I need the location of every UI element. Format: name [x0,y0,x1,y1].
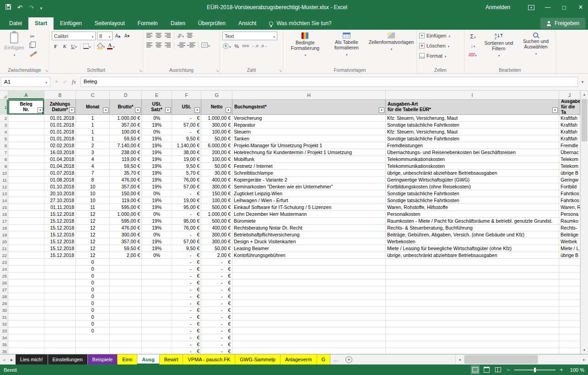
cell-I22[interactable]: übrige, unbeschränkt abziehbare Betriebs… [386,252,559,259]
cell-G2[interactable]: 1.000,00 € [201,115,232,122]
cell-D10[interactable]: 35,70 € [110,170,142,177]
cell-A2[interactable] [8,115,44,122]
header-cell-J1[interactable]: Ausgabefür die Ta [559,100,580,115]
cell-I20[interactable]: Werbekosten [386,238,559,245]
cell-F11[interactable]: 76,00 € [172,177,201,183]
decrease-indent-button[interactable] [177,41,186,49]
cell-J16[interactable]: Persona [559,211,580,218]
cell-J23[interactable] [559,259,580,266]
cell-C4[interactable]: 1 [76,129,110,135]
cell-E9[interactable]: 19% [142,163,172,170]
cell-F7[interactable]: 38,00 € [172,149,201,156]
cell-H27[interactable] [232,286,386,293]
row-header-30[interactable]: 30 [0,307,8,314]
cell-B27[interactable] [44,286,76,293]
align-bottom-button[interactable] [164,32,172,39]
cell-J27[interactable] [559,286,580,293]
cell-C22[interactable]: 12 [76,252,110,259]
font-name-select[interactable]: Calibri [52,32,96,40]
cell-J10[interactable]: übrige B [559,170,580,177]
cell-I19[interactable]: Beiträge, Gebühren, Abgaben, Versich. (o… [386,231,559,238]
row-header-35[interactable]: 35 [0,341,8,348]
cell-B19[interactable]: 15.12.2018 [44,231,76,238]
cell-I26[interactable] [386,279,559,286]
cell-A24[interactable] [8,266,44,273]
filter-button-I[interactable] [552,107,558,113]
cell-E14[interactable]: 19% [142,197,172,204]
cell-D21[interactable]: 59,50 € [110,245,142,252]
cell-B12[interactable]: 01.10.2018 [44,183,76,190]
cell-E35[interactable] [142,341,172,348]
filter-button-H[interactable] [379,107,384,113]
cell-A32[interactable] [8,321,44,327]
cell-D19[interactable]: 300,00 € [110,231,142,238]
cell-A14[interactable] [8,197,44,204]
cell-B9[interactable]: 01.04.2018 [44,163,76,170]
cell-I17[interactable]: Raumkosten - Miete / Pacht für Geschäfts… [386,218,559,225]
cell-J28[interactable] [559,293,580,300]
cell-J15[interactable]: Waren, R [559,204,580,211]
cell-B7[interactable]: 16.03.2018 [44,149,76,156]
cell-C20[interactable]: 12 [76,238,110,245]
align-top-button[interactable] [146,32,153,39]
cell-D34[interactable] [110,334,142,341]
row-header-24[interactable]: 24 [0,266,8,273]
number-dialog-launcher[interactable] [279,69,282,73]
cell-H18[interactable]: Rechtsberatung Notar Dr. Recht [232,225,386,231]
cell-C35[interactable] [76,341,110,348]
ribbon-tab-überprüfen[interactable]: Überprüfen [192,17,232,30]
cell-G16[interactable]: 1.000,00 € [201,211,232,218]
cell-styles-button[interactable]: Zellenformatvorlagen [368,32,414,58]
cell-G13[interactable]: 150,00 € [201,190,232,197]
filter-button-F[interactable] [194,107,200,113]
alignment-dialog-launcher[interactable] [216,69,219,73]
cell-C29[interactable]: 0 [76,300,110,307]
tell-me-box[interactable]: Was möchten Sie tun? [269,20,331,30]
cell-A10[interactable] [8,170,44,177]
cell-E23[interactable] [142,259,172,266]
cell-B5[interactable]: 01.01.2018 [44,135,76,142]
align-right-button[interactable] [164,41,172,49]
ribbon-tab-start[interactable]: Start [28,17,54,30]
cell-F35[interactable]: - € [172,341,201,348]
cell-J20[interactable]: Werbek [559,238,580,245]
bold-button[interactable]: F [52,42,59,50]
select-all-corner[interactable] [0,91,8,99]
zoom-level[interactable]: 100 % [570,367,584,373]
merge-center-button[interactable] [201,41,210,49]
cell-C15[interactable]: 11 [76,204,110,211]
save-button[interactable] [5,4,11,11]
cell-C17[interactable]: 12 [76,218,110,225]
maximize-button[interactable] [557,0,572,15]
cell-J30[interactable] [559,307,580,314]
cell-H36[interactable] [232,348,386,354]
cell-H13[interactable]: Zugticket Leipzig-Wien [232,190,386,197]
cell-B32[interactable] [44,321,76,327]
clipboard-dialog-launcher[interactable] [45,69,48,73]
cell-H2[interactable]: Versicherung [232,115,386,122]
undo-button[interactable] [17,5,22,11]
ribbon-tab-daten[interactable]: Daten [164,17,192,30]
cell-J12[interactable]: Fortbild [559,183,580,190]
cell-D4[interactable]: 100,00 € [110,129,142,135]
cell-F12[interactable]: 57,00 € [172,183,201,190]
cell-G28[interactable]: - € [201,293,232,300]
cell-B17[interactable]: 15.12.2018 [44,218,76,225]
cell-H30[interactable] [232,307,386,314]
cell-E4[interactable]: 0% [142,129,172,135]
cell-H8[interactable]: Mobilfunk [232,156,386,163]
cell-E13[interactable]: 0% [142,190,172,197]
page-break-view-button[interactable] [494,365,502,374]
cell-I11[interactable]: Geringwertige Wirtschaftsgüter (GWG) [386,177,559,183]
header-cell-F1[interactable]: USt. [172,100,201,115]
cell-B3[interactable]: 01.01.2018 [44,122,76,129]
cell-B18[interactable]: 15.12.2018 [44,225,76,231]
ribbon-tab-einfügen[interactable]: Einfügen [54,17,88,30]
column-header-I[interactable]: I [386,91,559,99]
column-header-A[interactable]: A [8,91,44,99]
cell-D2[interactable]: 1.000,00 € [110,115,142,122]
cell-B21[interactable]: 15.12.2018 [44,245,76,252]
align-left-button[interactable] [146,41,153,49]
cell-J9[interactable]: Telekom [559,163,580,170]
cell-G17[interactable]: 500,00 € [201,218,232,225]
